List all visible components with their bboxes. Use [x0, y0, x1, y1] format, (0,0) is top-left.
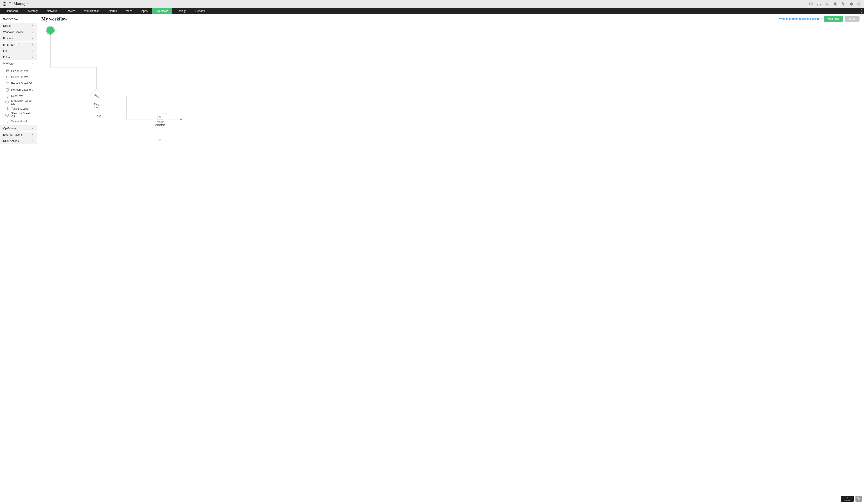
footer-widgets: 7 Alarms: [841, 496, 862, 502]
monitor-icon: [5, 82, 9, 85]
search-icon[interactable]: [824, 1, 830, 7]
svg-rect-3: [3, 3, 3, 4]
camera-icon: [5, 107, 9, 110]
server-icon: [5, 75, 9, 79]
chevron-down-icon: ▼: [32, 25, 34, 27]
brand-bar: OpManager: [0, 0, 864, 8]
bell-icon[interactable]: [832, 1, 838, 7]
svg-point-14: [859, 3, 860, 4]
svg-rect-33: [5, 120, 9, 122]
svg-rect-26: [5, 82, 9, 84]
chevron-down-icon: ▼: [32, 44, 34, 46]
sidebar-section-opmanager[interactable]: OpManager▼: [0, 125, 37, 132]
nav-apps[interactable]: Apps: [137, 8, 152, 14]
chevron-down-icon: ▼: [32, 50, 34, 52]
sidebar-section-vmware[interactable]: VMWare▲: [0, 61, 37, 67]
close-button[interactable]: Close: [845, 16, 860, 22]
svg-rect-38: [858, 499, 860, 500]
next-step-button[interactable]: Next Step: [824, 16, 843, 22]
sidebar-section-folder[interactable]: Folder▼: [0, 54, 37, 61]
monitor-icon: [5, 100, 9, 104]
sidebar-item-shutdown-guest-os[interactable]: Shut Down Guest OS: [0, 99, 37, 106]
sidebar-item-power-on-vm[interactable]: Power On VM: [0, 74, 37, 80]
monitor-icon: [5, 113, 9, 117]
alarm-count-widget[interactable]: 7 Alarms: [841, 496, 854, 502]
chevron-up-icon: ▲: [32, 62, 34, 65]
chat-widget[interactable]: [855, 496, 862, 502]
apps-grid-icon[interactable]: [3, 2, 6, 6]
decision-label: Ping Device: [90, 103, 103, 109]
svg-rect-11: [817, 4, 818, 5]
chevron-down-icon: ▼: [32, 134, 34, 136]
more-menu-icon[interactable]: [859, 8, 864, 14]
action-node-refresh-datastore[interactable]: Refresh Datastore: [152, 112, 168, 128]
workflow-connectors: [37, 24, 864, 504]
nav-virtualization[interactable]: Virtualization: [80, 8, 104, 14]
sidebar-section-external-actions[interactable]: External Actions▼: [0, 132, 37, 138]
nav-settings[interactable]: Settings: [172, 8, 191, 14]
nav-inventory[interactable]: Inventory: [22, 8, 42, 14]
svg-marker-10: [811, 3, 811, 4]
nav-dashboard[interactable]: Dashboard: [0, 8, 22, 14]
sidebar-title: Workflow: [3, 17, 34, 21]
decision-yes-label: Yes: [96, 115, 102, 118]
sidebar-section-ncm-actions[interactable]: NCM Actions▼: [0, 138, 37, 144]
svg-point-24: [6, 76, 7, 76]
monitor-icon: [5, 94, 9, 98]
sidebar-item-refresh-datastore[interactable]: Refresh Datastore: [0, 87, 37, 93]
nav-reports[interactable]: Reports: [191, 8, 209, 14]
svg-rect-2: [5, 2, 6, 3]
sidebar-section-windows-service[interactable]: Windows Service▼: [0, 29, 37, 35]
svg-point-36: [159, 116, 161, 117]
canvas-header: My workflow Want to perform additional a…: [37, 14, 864, 24]
user-avatar[interactable]: [856, 2, 861, 7]
svg-point-20: [6, 70, 7, 70]
svg-point-17: [861, 12, 862, 13]
vmware-subitems: Power Off VM Power On VM Reboot Guest OS…: [0, 67, 37, 125]
sidebar-item-reset-vm[interactable]: Reset VM: [0, 93, 37, 99]
edit-icon[interactable]: [163, 112, 164, 114]
nav-network[interactable]: Network: [42, 8, 61, 14]
sidebar-section-file[interactable]: File▼: [0, 48, 37, 54]
sidebar-item-take-snapshot[interactable]: Take Snapshot: [0, 106, 37, 112]
svg-rect-28: [5, 95, 9, 97]
sidebar-item-standby-guest-os[interactable]: Stand by Guest OS: [0, 112, 37, 118]
sidebar-item-suspend-vm[interactable]: Suspend VM: [0, 118, 37, 124]
database-refresh-icon: [157, 115, 163, 120]
network-devices-icon: [94, 94, 99, 98]
gear-icon[interactable]: [848, 1, 854, 7]
headset-icon[interactable]: [816, 1, 822, 7]
nav-workflow[interactable]: Workflow: [152, 8, 172, 14]
workflow-title: My workflow: [41, 16, 67, 22]
svg-rect-30: [5, 108, 9, 110]
workflow-sidebar: Workflow Device▼ Windows Service▼ Proces…: [0, 14, 37, 504]
sidebar-section-http-ftp[interactable]: HTTP & FTP▼: [0, 41, 37, 48]
svg-point-13: [826, 3, 828, 5]
svg-rect-4: [4, 3, 5, 4]
sidebar-item-reboot-guest-os[interactable]: Reboot Guest OS: [0, 80, 37, 87]
svg-rect-34: [95, 95, 96, 96]
start-node[interactable]: [46, 26, 55, 34]
plug-icon[interactable]: [840, 1, 847, 7]
sidebar-section-device[interactable]: Device▼: [0, 23, 37, 29]
svg-rect-32: [5, 113, 9, 116]
connector-endpoint[interactable]: [180, 119, 182, 120]
svg-point-31: [7, 108, 8, 109]
additional-actions-link[interactable]: Want to perform additional actions?: [779, 17, 821, 21]
sidebar-item-power-off-vm[interactable]: Power Off VM: [0, 68, 37, 74]
presentation-icon[interactable]: [808, 1, 814, 7]
database-icon: [5, 88, 9, 92]
chevron-down-icon: ▼: [32, 37, 34, 40]
workflow-canvas-container: My workflow Want to perform additional a…: [37, 14, 864, 504]
svg-rect-29: [5, 101, 9, 103]
sidebar-section-process[interactable]: Process▼: [0, 35, 37, 41]
svg-rect-35: [97, 97, 98, 98]
svg-rect-8: [5, 5, 6, 6]
nav-maps[interactable]: Maps: [121, 8, 137, 14]
svg-rect-1: [4, 2, 5, 3]
nav-alarms[interactable]: Alarms: [104, 8, 121, 14]
svg-point-27: [6, 88, 8, 89]
nav-servers[interactable]: Servers: [61, 8, 80, 14]
workflow-canvas[interactable]: Ping Device Yes Refresh Datastore: [37, 24, 864, 504]
delete-icon[interactable]: [165, 112, 167, 114]
